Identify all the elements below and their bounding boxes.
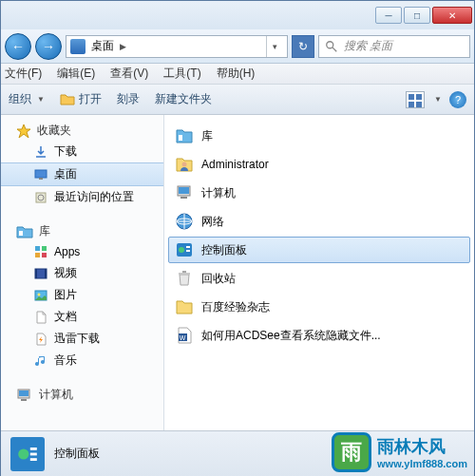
svg-rect-10 [42,253,47,257]
list-item[interactable]: 库 [168,123,470,149]
svg-rect-13 [45,269,47,278]
svg-rect-6 [19,231,23,236]
open-button[interactable]: 打开 [60,91,102,107]
menu-view[interactable]: 查看(V) [110,66,148,82]
item-label: Administrator [201,158,269,171]
explorer-window: ─ □ ✕ ← → 桌面 ▶ ▾ ↻ 搜索 桌面 文件(F) 编辑(E) 查看(… [0,0,475,476]
sidebar-item-label: 下载 [54,143,77,160]
navigation-pane: 收藏夹 下载 桌面 最近访问的位置 库 [1,115,164,475]
libraries-header[interactable]: 库 [1,221,163,241]
control-panel-icon [10,437,45,471]
sidebar-item-label: Apps [54,245,80,258]
user-icon [175,155,194,174]
sidebar-item-label: 最近访问的位置 [54,189,134,205]
refresh-button[interactable]: ↻ [292,35,314,58]
new-folder-label: 新建文件夹 [155,91,212,107]
search-placeholder: 搜索 桌面 [344,38,392,54]
address-dropdown-icon[interactable]: ▾ [266,36,283,57]
desktop-icon [33,167,48,182]
minimize-button[interactable]: ─ [375,7,402,24]
sidebar-item-label: 桌面 [54,166,77,182]
recent-icon [33,190,48,205]
video-icon [33,266,48,281]
computer-label: 计算机 [39,387,73,403]
menu-bar: 文件(F) 编辑(E) 查看(V) 工具(T) 帮助(H) [1,64,474,85]
help-button[interactable]: ? [449,91,466,108]
sidebar-item-label: 图片 [54,287,77,303]
apps-icon [33,244,48,259]
status-selected-label: 控制面板 [54,446,100,462]
star-icon [16,124,31,139]
svg-rect-29 [186,250,190,252]
sidebar-item-recent[interactable]: 最近访问的位置 [1,186,163,208]
list-item[interactable]: Administrator [168,151,470,178]
maximize-button[interactable]: □ [404,7,430,24]
organize-button[interactable]: 组织 ▼ [9,91,45,107]
toolbar: 组织 ▼ 打开 刻录 新建文件夹 ▼ ? [1,85,474,115]
item-label: 回收站 [201,271,236,287]
burn-button[interactable]: 刻录 [117,91,140,107]
breadcrumb-separator-icon[interactable]: ▶ [120,42,126,51]
svg-rect-12 [35,269,37,278]
favorites-header[interactable]: 收藏夹 [1,121,163,141]
list-item[interactable]: 计算机 [168,180,470,206]
menu-file[interactable]: 文件(F) [5,66,42,82]
sidebar-item-pictures[interactable]: 图片 [1,284,163,306]
folder-icon [175,297,194,316]
library-icon [175,126,194,145]
list-item[interactable]: W 如何用ACDSee查看系统隐藏文件... [168,322,470,349]
svg-rect-9 [35,253,40,257]
sidebar-item-music[interactable]: 音乐 [1,350,163,371]
view-options-button[interactable] [406,91,425,108]
menu-help[interactable]: 帮助(H) [217,66,256,82]
menu-edit[interactable]: 编辑(E) [57,66,95,82]
back-button[interactable]: ← [5,33,31,60]
recycle-bin-icon [175,269,194,288]
sidebar-item-thunder[interactable]: 迅雷下载 [1,328,163,350]
menu-tools[interactable]: 工具(T) [163,66,200,82]
svg-point-34 [18,448,28,459]
item-label: 库 [201,128,213,144]
svg-rect-37 [30,458,37,461]
download-icon [33,144,48,160]
documents-icon [33,310,48,325]
address-bar[interactable]: 桌面 ▶ ▾ [66,35,288,58]
svg-rect-36 [30,452,37,455]
breadcrumb[interactable]: 桌面 [91,38,114,54]
music-icon [33,353,48,369]
navigation-bar: ← → 桌面 ▶ ▾ ↻ 搜索 桌面 [1,29,474,64]
forward-button[interactable]: → [35,33,62,60]
sidebar-item-documents[interactable]: 文档 [1,306,163,328]
search-input[interactable]: 搜索 桌面 [318,35,470,58]
list-item[interactable]: 控制面板 [168,237,470,263]
svg-line-1 [332,47,336,50]
open-label: 打开 [79,91,102,107]
desktop-icon [70,39,86,54]
favorites-label: 收藏夹 [37,123,71,139]
svg-rect-19 [179,135,182,141]
organize-label: 组织 [9,91,31,107]
list-item[interactable]: 百度经验杂志 [168,294,470,320]
svg-text:W: W [180,334,186,341]
sidebar-item-apps[interactable]: Apps [1,241,163,262]
titlebar: ─ □ ✕ [1,1,474,29]
chevron-down-icon[interactable]: ▼ [434,95,442,104]
svg-point-0 [327,41,333,48]
list-item[interactable]: 回收站 [168,265,470,292]
svg-rect-35 [30,447,37,450]
computer-header[interactable]: 计算机 [1,385,163,405]
search-icon [325,40,338,53]
sidebar-item-videos[interactable]: 视频 [1,262,163,284]
svg-point-20 [182,162,187,167]
sidebar-item-desktop[interactable]: 桌面 [1,162,163,186]
svg-rect-3 [39,178,43,180]
close-button[interactable]: ✕ [432,7,472,24]
svg-rect-30 [179,273,190,275]
content-pane: 库 Administrator 计算机 网络 控制面板 回收站 [164,115,474,475]
watermark: 雨 雨林木风 www.ylmf888.com [332,432,467,472]
sidebar-item-downloads[interactable]: 下载 [1,141,163,162]
control-panel-icon [175,240,194,259]
new-folder-button[interactable]: 新建文件夹 [155,91,212,107]
list-item[interactable]: 网络 [168,208,470,235]
libraries-label: 库 [39,223,50,239]
